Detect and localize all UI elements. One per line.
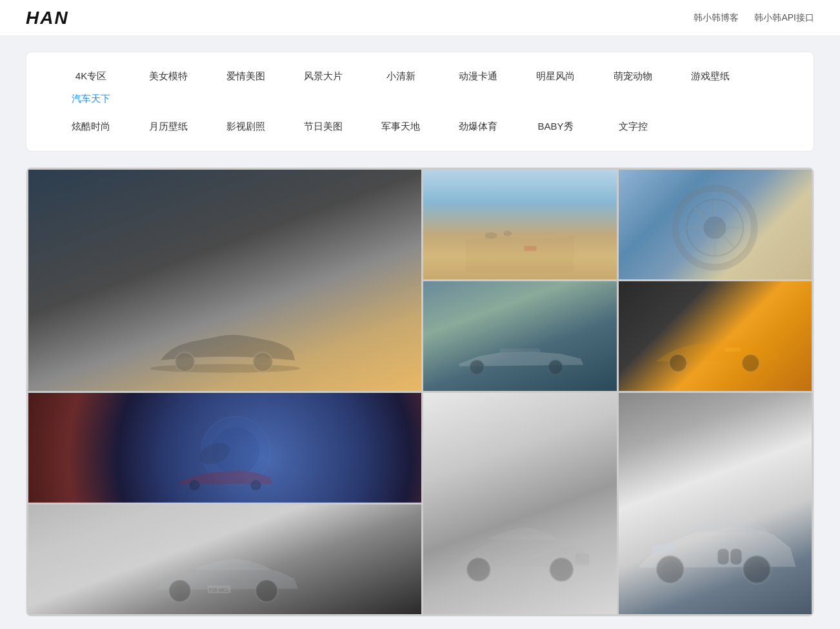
img-yellow-mustang[interactable] [619,281,812,391]
image-section: T08 MCL [26,167,814,617]
cat-love[interactable]: 爱情美图 [207,65,285,88]
image-grid: T08 MCL [26,168,814,616]
cat-beauty[interactable]: 美女模特 [130,65,207,88]
img-silver-mclaren[interactable] [423,393,616,614]
img-silver-mclaren-720s[interactable]: T08 MCL [28,504,421,614]
svg-point-4 [257,357,268,368]
svg-point-5 [485,232,497,239]
svg-point-44 [260,585,272,597]
svg-rect-24 [725,348,741,352]
svg-line-18 [695,236,706,248]
cat-anime[interactable]: 动漫卡通 [439,65,517,88]
img-space-planet[interactable] [28,393,421,503]
svg-point-28 [189,480,199,490]
svg-rect-35 [718,549,729,564]
category-bar: 4K专区 美女模特 爱情美图 风景大片 小清新 动漫卡通 明星风尚 萌宠动物 游… [26,52,814,152]
img-white-bmw[interactable] [619,393,812,614]
cat-military[interactable]: 军事天地 [362,115,439,138]
cat-baby[interactable]: BABY秀 [517,115,594,138]
svg-line-17 [723,208,735,219]
site-logo[interactable]: HAN [26,8,69,28]
svg-line-15 [695,208,706,219]
svg-rect-7 [524,246,536,251]
header: HAN 韩小韩博客 韩小韩API接口 [0,0,840,36]
svg-point-21 [548,360,563,374]
svg-point-10 [704,217,726,239]
svg-point-2 [179,357,190,368]
svg-point-22 [670,354,687,372]
img-beach[interactable] [423,170,616,279]
svg-point-29 [250,480,261,490]
category-row-1: 4K专区 美女模特 爱情美图 风景大片 小清新 动漫卡通 明星风尚 萌宠动物 游… [52,65,788,110]
svg-line-16 [723,236,735,248]
cat-car[interactable]: 汽车天下 [52,88,130,110]
img-dark-car[interactable] [28,170,421,391]
category-row-2: 炫酷时尚 月历壁纸 影视剧照 节日美图 军事天地 劲爆体育 BABY秀 文字控 [52,115,788,138]
svg-point-0 [150,364,300,372]
svg-point-20 [470,360,484,374]
cat-movie[interactable]: 影视剧照 [207,115,285,138]
cat-sports[interactable]: 劲爆体育 [439,115,517,138]
header-nav: 韩小韩博客 韩小韩API接口 [694,12,814,24]
cat-scenery[interactable]: 风景大片 [285,65,362,88]
svg-point-40 [748,561,765,578]
cat-4k[interactable]: 4K专区 [52,65,130,88]
nav-api[interactable]: 韩小韩API接口 [754,12,814,24]
img-f1[interactable] [423,281,616,391]
cat-holiday[interactable]: 节日美图 [285,115,362,138]
svg-point-33 [554,563,568,577]
svg-point-31 [472,563,486,577]
svg-point-42 [174,585,186,597]
nav-blog[interactable]: 韩小韩博客 [694,12,739,24]
svg-point-23 [742,354,759,372]
cat-game[interactable]: 游戏壁纸 [672,65,749,88]
svg-rect-36 [731,549,742,564]
svg-rect-34 [575,554,589,564]
cat-cool[interactable]: 炫酷时尚 [52,115,130,138]
svg-point-38 [662,561,679,578]
svg-rect-19 [500,348,541,356]
cat-text[interactable]: 文字控 [594,115,672,138]
svg-point-6 [503,231,512,236]
cat-pet[interactable]: 萌宠动物 [594,65,672,88]
svg-text:T08 MCL: T08 MCL [208,587,229,593]
img-wheel[interactable] [619,170,812,279]
cat-star[interactable]: 明星风尚 [517,65,594,88]
cat-fresh[interactable]: 小清新 [362,65,439,88]
cat-calendar[interactable]: 月历壁纸 [130,115,207,138]
